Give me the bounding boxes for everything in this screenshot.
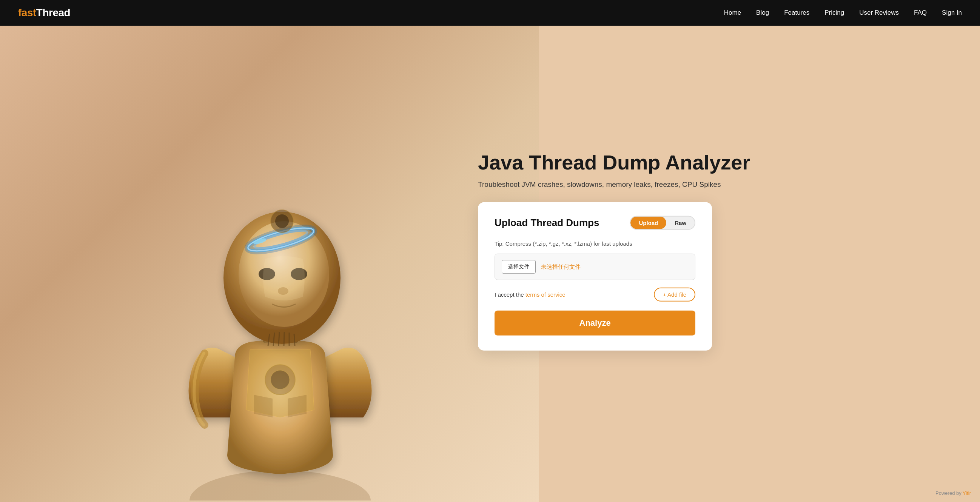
nav-blog[interactable]: Blog xyxy=(756,9,769,16)
svg-point-15 xyxy=(275,214,289,228)
svg-line-24 xyxy=(294,334,295,346)
nav-features[interactable]: Features xyxy=(784,9,809,16)
add-file-button[interactable]: + Add file xyxy=(654,288,695,302)
upload-card-header: Upload Thread Dumps Upload Raw xyxy=(495,216,695,230)
terms-text: I accept the terms of service xyxy=(495,291,565,298)
terms-row: I accept the terms of service + Add file xyxy=(495,288,695,302)
powered-by: Powered by Yitir xyxy=(935,490,971,496)
terms-prefix: I accept the xyxy=(495,291,525,298)
no-file-text: 未选择任何文件 xyxy=(541,264,581,271)
toggle-raw-btn[interactable]: Raw xyxy=(666,217,695,229)
nav-pricing[interactable]: Pricing xyxy=(824,9,844,16)
nav-faq[interactable]: FAQ xyxy=(914,9,927,16)
terms-link[interactable]: terms of service xyxy=(525,291,565,298)
nav-user-reviews[interactable]: User Reviews xyxy=(859,9,899,16)
svg-line-21 xyxy=(278,332,279,346)
nav-signin[interactable]: Sign In xyxy=(942,9,962,16)
powered-by-link[interactable]: Yitir xyxy=(963,490,971,496)
nav-home[interactable]: Home xyxy=(724,9,741,16)
hero-subtitle: Troubleshoot JVM crashes, slowdowns, mem… xyxy=(478,180,721,189)
tip-text: Tip: Compress (*.zip, *.gz, *.xz, *.lzma… xyxy=(495,240,695,247)
svg-point-2 xyxy=(270,370,290,389)
upload-raw-toggle: Upload Raw xyxy=(630,216,695,230)
analyze-button[interactable]: Analyze xyxy=(495,311,695,335)
powered-by-text: Powered by xyxy=(935,490,963,496)
upload-card: Upload Thread Dumps Upload Raw Tip: Comp… xyxy=(478,202,712,351)
navbar: fastThread Home Blog Features Pricing Us… xyxy=(0,0,980,25)
hero-title: Java Thread Dump Analyzer xyxy=(478,151,750,174)
svg-point-0 xyxy=(189,470,371,500)
svg-line-22 xyxy=(284,332,284,346)
choose-file-button[interactable]: 选择文件 xyxy=(502,260,536,274)
file-input-area[interactable]: 选择文件 未选择任何文件 xyxy=(495,254,695,280)
svg-point-18 xyxy=(278,287,288,295)
hero-section: Java Thread Dump Analyzer Troubleshoot J… xyxy=(0,0,980,502)
logo-thread: Thread xyxy=(36,7,70,19)
toggle-upload-btn[interactable]: Upload xyxy=(630,217,666,229)
upload-card-title: Upload Thread Dumps xyxy=(495,217,599,229)
robot-illustration xyxy=(174,183,386,502)
logo-fast: fast xyxy=(18,7,36,19)
logo[interactable]: fastThread xyxy=(18,7,70,19)
hero-content: Java Thread Dump Analyzer Troubleshoot J… xyxy=(455,151,965,351)
nav-links: Home Blog Features Pricing User Reviews … xyxy=(724,9,962,17)
